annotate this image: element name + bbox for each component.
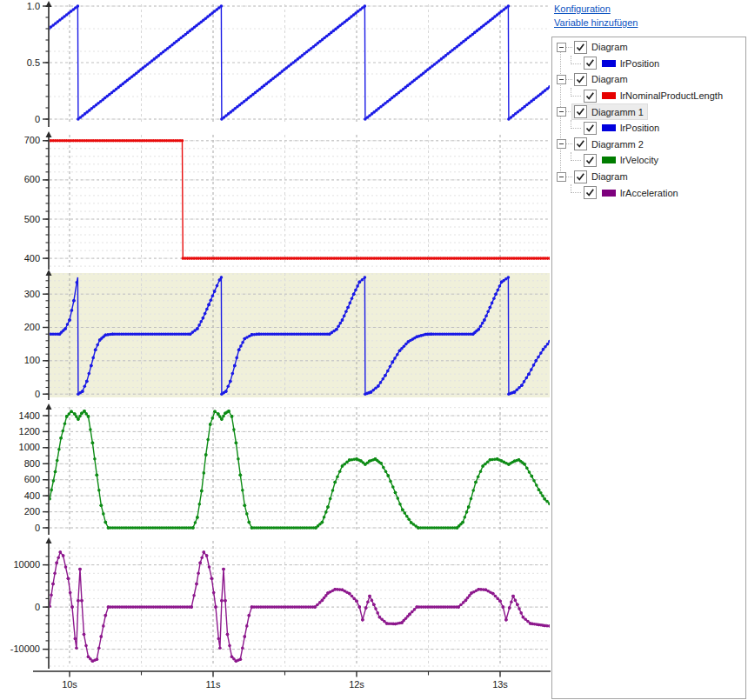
tree-item-variable[interactable]: lrPosition bbox=[552, 120, 745, 137]
tree-row[interactable]: Diagram bbox=[572, 170, 631, 184]
tree-connector bbox=[566, 79, 572, 80]
diagram-label: Diagram bbox=[591, 42, 628, 52]
checkbox-checked[interactable] bbox=[574, 73, 587, 86]
diagram-label: Diagram bbox=[591, 171, 628, 182]
tree-item-diagram[interactable]: Diagram bbox=[552, 39, 745, 56]
x-tick-label: 12s bbox=[349, 679, 364, 690]
y-axis-arrow-icon bbox=[46, 1, 52, 7]
tree-row[interactable]: Diagramm 2 bbox=[572, 137, 647, 151]
checkbox-checked[interactable] bbox=[584, 90, 597, 103]
tree-connector bbox=[571, 56, 581, 64]
variable-label: lrAcceleration bbox=[620, 188, 678, 198]
link-variable-hinzufuegen[interactable]: Variable hinzufügen bbox=[554, 17, 748, 28]
y-tick-label: 0 bbox=[35, 602, 40, 612]
check-icon bbox=[584, 187, 596, 198]
collapse-minus-icon[interactable] bbox=[557, 75, 566, 84]
checkbox-checked[interactable] bbox=[574, 137, 587, 150]
y-tick-label: 0 bbox=[35, 523, 40, 533]
tree-row[interactable]: Diagram bbox=[572, 72, 631, 87]
y-tick-label: 500 bbox=[24, 214, 40, 224]
y-axis-arrow-icon bbox=[46, 131, 52, 137]
x-tick-label: 10s bbox=[62, 679, 77, 690]
check-icon bbox=[584, 123, 596, 134]
y-tick-label: 600 bbox=[24, 474, 40, 484]
y-tick-label: 1400 bbox=[19, 410, 40, 421]
y-tick-label: 300 bbox=[24, 289, 40, 299]
series-line-lrVelocity bbox=[50, 411, 550, 528]
variable-label: lrPosition bbox=[620, 123, 659, 133]
tree-item-variable[interactable]: lrPosition bbox=[552, 56, 745, 72]
tree-row-selected[interactable]: Diagramm 1 bbox=[572, 104, 647, 119]
tree-connector bbox=[571, 88, 581, 97]
y-axis-arrow-icon bbox=[46, 403, 52, 410]
checkbox-checked[interactable] bbox=[584, 57, 597, 70]
check-icon bbox=[575, 74, 586, 85]
tree-row[interactable]: Diagram bbox=[572, 40, 631, 55]
tree-item-variable[interactable]: lrVelocity bbox=[552, 152, 745, 169]
chart-diagram-accel: 100000-10000 bbox=[10, 537, 551, 669]
tree-item-variable[interactable]: lrNominalProductLength bbox=[552, 88, 745, 104]
checkbox-checked[interactable] bbox=[584, 122, 597, 135]
tree-item-diagram[interactable]: Diagram bbox=[552, 71, 745, 88]
series-color-swatch bbox=[602, 157, 616, 163]
y-tick-label: 800 bbox=[24, 458, 40, 469]
tree-item-diagram[interactable]: Diagramm 2 bbox=[552, 137, 745, 153]
checkbox-checked[interactable] bbox=[584, 186, 597, 199]
y-tick-label: 10000 bbox=[13, 559, 40, 570]
y-tick-label: 1.0 bbox=[27, 1, 40, 11]
collapse-minus-icon[interactable] bbox=[557, 139, 566, 149]
chart-diagram-top: 1.00.50 bbox=[27, 1, 551, 128]
checkbox-checked[interactable] bbox=[574, 105, 587, 118]
y-tick-label: 600 bbox=[24, 174, 40, 184]
series-color-swatch bbox=[602, 124, 616, 131]
series-color-swatch bbox=[602, 92, 616, 99]
y-axis-arrow-icon bbox=[46, 537, 52, 543]
series-color-swatch bbox=[602, 60, 616, 67]
check-icon bbox=[575, 42, 586, 53]
check-icon bbox=[575, 138, 586, 150]
x-tick-label: 13s bbox=[492, 679, 508, 690]
collapse-minus-icon[interactable] bbox=[557, 107, 566, 117]
chart-diagramm-1: 3002001000 bbox=[24, 270, 551, 400]
config-tree: DiagramlrPositionDiagramlrNominalProduct… bbox=[552, 37, 745, 201]
checkbox-checked[interactable] bbox=[574, 41, 587, 54]
scope-charts-svg: 1.00.50700600500400300200100014001200100… bbox=[0, 0, 551, 700]
checkbox-checked[interactable] bbox=[584, 154, 597, 167]
y-axis-arrow-icon bbox=[46, 270, 52, 276]
tree-item-variable[interactable]: lrAcceleration bbox=[552, 184, 745, 201]
y-tick-label: 200 bbox=[24, 322, 40, 332]
collapse-minus-icon[interactable] bbox=[557, 43, 566, 52]
link-konfiguration[interactable]: Konfiguration bbox=[554, 3, 748, 14]
y-tick-label: 700 bbox=[24, 135, 40, 145]
x-tick-label: 11s bbox=[206, 679, 221, 690]
checkbox-checked[interactable] bbox=[574, 170, 587, 183]
tree-connector bbox=[566, 111, 572, 112]
y-tick-label: -10000 bbox=[10, 643, 40, 654]
tree-connector bbox=[566, 143, 572, 144]
tree-connector bbox=[566, 47, 572, 48]
series-color-swatch bbox=[602, 190, 616, 197]
y-tick-label: 0.5 bbox=[27, 57, 40, 68]
tree-connector bbox=[571, 120, 581, 129]
y-tick-label: 100 bbox=[24, 355, 40, 365]
check-icon bbox=[584, 57, 596, 69]
check-icon bbox=[575, 171, 586, 183]
tree-connector bbox=[571, 152, 581, 161]
series-markers-lrAcceleration bbox=[48, 550, 551, 663]
chart-area: 1.00.50700600500400300200100014001200100… bbox=[0, 0, 551, 700]
variable-label: lrPosition bbox=[620, 58, 659, 69]
y-tick-label: 1000 bbox=[19, 442, 40, 452]
y-tick-label: 1200 bbox=[19, 426, 40, 437]
collapse-minus-icon[interactable] bbox=[557, 172, 566, 182]
y-tick-label: 400 bbox=[24, 253, 40, 263]
tree-item-diagram[interactable]: Diagram bbox=[552, 169, 745, 185]
diagram-label: Diagram bbox=[591, 74, 628, 84]
variable-label: lrNominalProductLength bbox=[620, 90, 723, 101]
config-tree-box: DiagramlrPositionDiagramlrNominalProduct… bbox=[551, 37, 746, 699]
variable-label: lrVelocity bbox=[620, 155, 658, 165]
x-axis: 10s11s12s13s bbox=[33, 668, 551, 690]
diagram-label: Diagramm 2 bbox=[591, 139, 644, 150]
chart-diagram-nominal: 700600500400 bbox=[24, 131, 551, 270]
tree-item-diagram[interactable]: Diagramm 1 bbox=[552, 103, 745, 120]
y-tick-label: 200 bbox=[24, 506, 40, 517]
